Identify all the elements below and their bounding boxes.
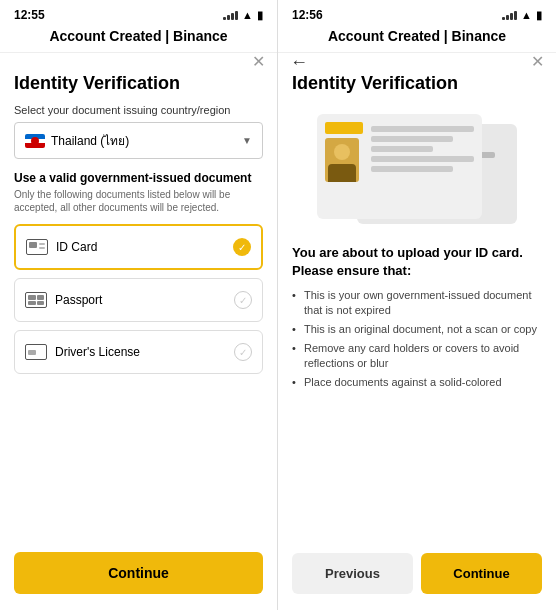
bottom-bar-left: Continue: [0, 542, 277, 610]
section-title-left: Identity Verification: [14, 73, 263, 94]
section-title-right: Identity Verification: [292, 73, 542, 94]
page-title-left: Account Created | Binance: [0, 26, 277, 53]
country-select[interactable]: Thailand (ไทย) ▼: [14, 122, 263, 159]
dl-check-icon: ✓: [234, 343, 252, 361]
passport-check-icon: ✓: [234, 291, 252, 309]
battery-icon-right: ▮: [536, 9, 542, 22]
yellow-bar: [325, 122, 363, 134]
bullet-1: This is your own government-issued docum…: [292, 288, 542, 317]
doc-option-drivers-license[interactable]: Driver's License ✓: [14, 330, 263, 374]
continue-button-right[interactable]: Continue: [421, 553, 542, 594]
avatar: [325, 138, 359, 182]
status-icons-left: ▲ ▮: [223, 9, 263, 22]
doc-option-dl-label: Driver's License: [55, 345, 140, 359]
close-button-right[interactable]: ✕: [531, 52, 544, 71]
valid-doc-sub: Only the following documents listed belo…: [14, 188, 263, 214]
screen-right: 12:56 ▲ ▮ Account Created | Binance ← ✕ …: [278, 0, 556, 610]
country-label: Select your document issuing country/reg…: [14, 104, 263, 116]
wifi-icon-right: ▲: [521, 9, 532, 21]
previous-button[interactable]: Previous: [292, 553, 413, 594]
doc-option-id-card[interactable]: ID Card ✓: [14, 224, 263, 270]
drivers-license-icon: [25, 344, 47, 360]
id-card-check-icon: ✓: [233, 238, 251, 256]
country-value: Thailand (ไทย): [51, 131, 129, 150]
status-icons-right: ▲ ▮: [502, 9, 542, 22]
signal-icon: [223, 11, 238, 20]
doc-option-passport[interactable]: Passport ✓: [14, 278, 263, 322]
continue-button-left[interactable]: Continue: [14, 552, 263, 594]
battery-icon: ▮: [257, 9, 263, 22]
doc-option-passport-label: Passport: [55, 293, 102, 307]
bullet-2: This is an original document, not a scan…: [292, 322, 542, 336]
close-button-left[interactable]: ✕: [252, 52, 265, 71]
content-left: Identity Verification Select your docume…: [0, 53, 277, 542]
time-left: 12:55: [14, 8, 45, 22]
passport-icon: [25, 292, 47, 308]
status-bar-left: 12:55 ▲ ▮: [0, 0, 277, 26]
id-card-icon: [26, 239, 48, 255]
screen-left: 12:55 ▲ ▮ Account Created | Binance ✕ Id…: [0, 0, 278, 610]
bottom-bar-right: Previous Continue: [278, 543, 556, 610]
id-card-illustration: [317, 114, 517, 234]
chevron-down-icon: ▼: [242, 135, 252, 146]
upload-title: You are about to upload your ID card. Pl…: [292, 244, 542, 280]
id-card-front: [317, 114, 482, 219]
bullet-list: This is your own government-issued docum…: [292, 288, 542, 394]
wifi-icon: ▲: [242, 9, 253, 21]
valid-doc-title: Use a valid government-issued document: [14, 171, 263, 185]
content-right: Identity Verification: [278, 53, 556, 543]
bullet-3: Remove any card holders or covers to avo…: [292, 341, 542, 370]
signal-icon-right: [502, 11, 517, 20]
thailand-flag-icon: [25, 134, 45, 148]
doc-option-id-card-label: ID Card: [56, 240, 97, 254]
page-title-right: Account Created | Binance: [278, 26, 556, 53]
bullet-4: Place documents against a solid-colored: [292, 375, 542, 389]
time-right: 12:56: [292, 8, 323, 22]
id-lines: [371, 122, 474, 211]
status-bar-right: 12:56 ▲ ▮: [278, 0, 556, 26]
back-button[interactable]: ←: [290, 52, 308, 73]
